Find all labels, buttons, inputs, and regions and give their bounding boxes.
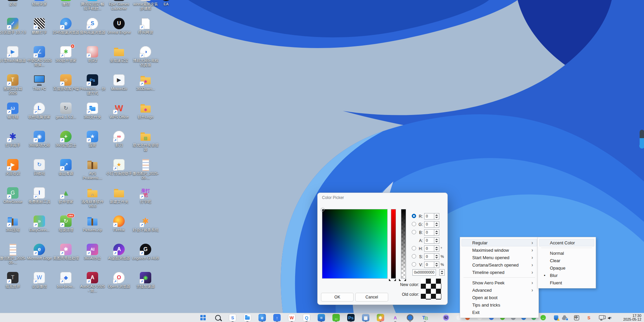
menu-item-regular[interactable]: Regular ›: [461, 239, 537, 246]
menu-item-advanced[interactable]: Advanced ›: [461, 286, 537, 294]
menu-item-opaque[interactable]: Opaque: [539, 264, 594, 272]
desktop-icon[interactable]: ▤ 星优文件名管理器: [132, 131, 159, 152]
menu-item-cortana-search-opened[interactable]: Cortana/Search opened ›: [461, 261, 537, 269]
desktop-icon[interactable]: ✱ ↗ 3 360软件管家: [53, 46, 79, 63]
desktop-icon[interactable]: ω ↗ 辅导猫: [0, 103, 26, 119]
menu-item-clear[interactable]: Clear: [539, 257, 594, 264]
desktop-icon[interactable]: ▶ ↗ 川雪flash播放器: [0, 46, 26, 63]
menu-item-open-at-boot[interactable]: Open at boot: [461, 294, 537, 301]
menu-item-accent-color[interactable]: Accent Color: [539, 239, 594, 246]
menu-item-timeline-opened[interactable]: Timeline opened ›: [461, 269, 537, 276]
desktop-icon[interactable]: I ↗ 免费图标工具: [26, 187, 52, 204]
desktop-icon[interactable]: ↻ ↗ 25G 垃圾清理: [53, 215, 79, 232]
desktop-icon[interactable]: AVS Problems....: [79, 159, 106, 180]
ok-button[interactable]: OK: [321, 293, 354, 301]
desktop-icon[interactable]: ↗ ↗ 金山毒霸: [53, 159, 79, 176]
taskbar-icon-sogou-browser[interactable]: S: [229, 314, 237, 322]
desktop-icon[interactable]: ✱ ↗ 360Down...: [132, 74, 159, 91]
desktop-icon[interactable]: ✓ ↗ 分区助手 10.7.0: [0, 18, 26, 35]
desktop-icon[interactable]: ★ ↗ 小叮当场控助手: [106, 159, 132, 176]
desktop-icon[interactable]: L ↗ 联想电脑管家: [26, 103, 52, 119]
desktop-icon[interactable]: W ↗ WPS Office: [106, 103, 132, 119]
tray-icon-ime-indicator[interactable]: 中: [573, 315, 579, 321]
desktop-icon[interactable]: S ↗ 搜狗高速浏览器: [79, 18, 106, 35]
taskbar-icon-2345-browser[interactable]: e: [258, 314, 266, 322]
desktop-icon[interactable]: T ↗ 图吧工具箱 2025: [0, 74, 26, 95]
desktop-icon[interactable]: ◉ ↗ 360驱动大师: [26, 131, 52, 148]
tray-icon-security-shield[interactable]: [553, 315, 559, 321]
desktop-icon[interactable]: 微信: [53, 0, 79, 6]
desktop-icon[interactable]: ▶ ↗ 火苗会议: [0, 159, 26, 176]
desktop-icon[interactable]: ○ ↗ 百度营销客户端: [53, 74, 79, 91]
channel-spinner[interactable]: [434, 221, 439, 228]
desktop-icon[interactable]: 微信图片_2025-05-...: [0, 244, 26, 265]
thermometer-widget[interactable]: [640, 130, 644, 145]
desktop-icon[interactable]: Pictures.zip: [79, 215, 106, 232]
desktop-icon[interactable]: 必剪: [0, 0, 26, 6]
alpha-handle-right[interactable]: [404, 279, 406, 281]
tray-icon-wechat-tray[interactable]: ‥: [540, 315, 546, 321]
desktop-icon[interactable]: ◉ ↗ 古怪加速器: [132, 272, 159, 289]
channel-value-field[interactable]: 0: [424, 253, 435, 260]
menu-item-tips-and-tricks[interactable]: Tips and tricks: [461, 301, 537, 309]
tray-icon-sogou-tray[interactable]: S: [586, 315, 592, 321]
desktop-icon[interactable]: e ↗ 2345加速浏览器: [53, 18, 79, 35]
channel-spinner[interactable]: [434, 229, 439, 236]
cancel-button[interactable]: Cancel: [355, 293, 388, 301]
desktop-icon[interactable]: ↻ geek.1.5.2...: [53, 103, 79, 119]
menu-item-maximised-window[interactable]: Maximised window ›: [461, 246, 537, 254]
desktop-icon[interactable]: 轻映录屏: [26, 0, 52, 6]
desktop-icon[interactable]: ∩ 迅兔财务软件 V6.0: [79, 187, 106, 208]
desktop-icon[interactable]: + ↗ 360安全卫士: [53, 131, 79, 148]
channel-value-field[interactable]: 0: [424, 237, 435, 244]
taskbar-icon-photoshop[interactable]: Ps: [347, 314, 355, 322]
hex-value-field[interactable]: 0x00000000: [412, 269, 436, 276]
desktop-icon[interactable]: U Unreal Engine: [106, 18, 132, 35]
taskbar-icon-settings-gear[interactable]: [406, 314, 414, 322]
desktop-icon[interactable]: ✱ ↗ 好会计账务系统: [132, 215, 159, 232]
taskbar-clock[interactable]: 17:30 2025-05-12: [616, 314, 641, 321]
desktop-icon[interactable]: ✱ 软件Logo: [132, 103, 159, 119]
taskbar-icon-wps-office[interactable]: W: [288, 314, 296, 322]
desktop-icon[interactable]: ✱ ↗ 打字高手: [0, 131, 26, 148]
desktop-icon[interactable]: 新建文件夹: [106, 187, 132, 204]
taskbar-icon-upload-tool[interactable]: ↑: [273, 314, 281, 322]
color-selection-ring[interactable]: [321, 208, 324, 211]
hue-handle-right[interactable]: [394, 279, 396, 281]
taskbar-icon-presentation[interactable]: ▦: [362, 314, 370, 322]
channel-spinner[interactable]: [434, 245, 439, 252]
desktop-icon[interactable]: ↗ 360压缩: [0, 215, 26, 232]
desktop-icon[interactable]: ↗ 360文件夹: [79, 103, 106, 119]
performance-badge[interactable]: 92: [443, 315, 449, 321]
channel-value-field[interactable]: 0: [424, 245, 435, 252]
channel-spinner[interactable]: [434, 253, 439, 260]
taskbar-icon-wechat[interactable]: ‥: [332, 314, 340, 322]
desktop-icon[interactable]: ◑ ↗ 博易大师5-期权仿真版: [132, 46, 159, 67]
tray-icon-volume-muted[interactable]: ◀×: [606, 315, 612, 321]
desktop-icon[interactable]: ↗ 呼叫网管: [132, 18, 159, 35]
desktop-icon[interactable]: ↻ 回收站: [26, 159, 52, 176]
desktop-icon[interactable]: W ↗ 企业微信: [26, 272, 52, 289]
desktop-icon[interactable]: AI ↗ 360AI办公: [79, 244, 106, 260]
desktop-icon[interactable]: A ↗ AI桌面浏览器: [106, 244, 132, 260]
desktop-icon[interactable]: ◆ ↗ bos-brow...: [53, 272, 79, 289]
desktop-icon[interactable]: 全能速记宝: [106, 46, 132, 63]
tray-icon-cloud-info[interactable]: [562, 315, 568, 321]
hex-spinner[interactable]: [439, 269, 445, 276]
desktop-icon[interactable]: ∞ ↗ 影刀: [106, 131, 132, 148]
menu-item-normal[interactable]: Normal: [539, 249, 594, 257]
channel-spinner[interactable]: [434, 261, 439, 268]
channel-value-field[interactable]: 0: [424, 213, 435, 219]
taskbar-icon-ai-tool[interactable]: A: [391, 314, 399, 322]
desktop-icon[interactable]: G ↗ Logitech G HUB: [132, 244, 159, 260]
channel-spinner[interactable]: [434, 237, 439, 244]
desktop-icon[interactable]: ∠ ↗ 中望CAD 2025 简体...: [26, 46, 52, 67]
taskbar-icon-translucenttb[interactable]: TB: [421, 314, 429, 322]
desktop-icon[interactable]: ↗ 醋醋打字: [26, 18, 52, 35]
desktop-icon[interactable]: e ↗ Microsoft Edge: [26, 244, 52, 260]
desktop-icon[interactable]: O ↗ Opera 浏览器: [106, 272, 132, 289]
taskbar-icon-notes-reader[interactable]: ≡: [317, 314, 325, 322]
desktop-icon[interactable]: 微信图片_2025-05-...: [132, 159, 159, 180]
menu-item-fluent[interactable]: Fluent: [539, 279, 594, 286]
menu-item-exit[interactable]: Exit: [461, 309, 537, 316]
